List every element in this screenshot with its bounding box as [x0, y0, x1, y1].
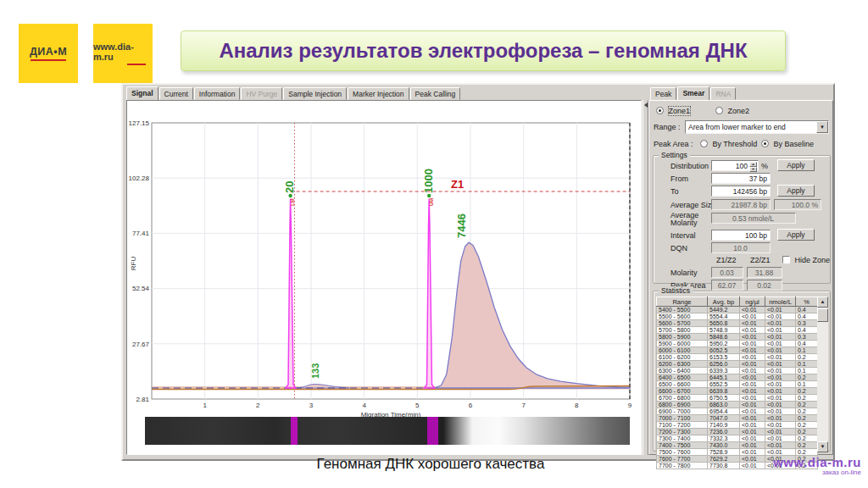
dia-m-logo: ДИА•М: [19, 24, 78, 83]
svg-text:4: 4: [362, 402, 366, 409]
table-row[interactable]: 5400 - 55005449.2<0.01<0.010.4: [657, 307, 818, 313]
table-scrollbar[interactable]: ▲ ▼: [817, 297, 828, 452]
stat-cell: 0.1: [796, 368, 818, 374]
table-row[interactable]: 7100 - 72007140.9<0.01<0.010.2: [657, 422, 818, 429]
stat-cell: 5554.4: [708, 313, 740, 320]
stat-cell: <0.01: [740, 456, 765, 463]
stat-cell: 5650.8: [708, 320, 740, 327]
stat-cell: <0.01: [740, 361, 765, 368]
tab-peak-calling[interactable]: Peak Calling: [410, 87, 461, 100]
spin-down-icon[interactable]: ▼: [749, 167, 757, 172]
stat-cell: <0.01: [740, 463, 765, 469]
interval-field[interactable]: 100 bp: [711, 230, 771, 241]
stat-cell: 5600 - 5700: [657, 320, 708, 327]
table-row[interactable]: 7200 - 73007236.0<0.01<0.010.2: [657, 429, 818, 435]
smear-settings-panel: Zone1 Zone2 Range : Area from lower mark…: [648, 100, 833, 455]
table-row[interactable]: 6800 - 69006863.0<0.01<0.010.2: [657, 402, 818, 408]
zone2-label: Zone2: [728, 107, 750, 115]
table-row[interactable]: 7300 - 74007332.3<0.01<0.010.2: [657, 435, 818, 442]
tab-signal[interactable]: Signal: [126, 86, 159, 101]
collapse-arrow-icon: [644, 103, 648, 108]
to-field[interactable]: 142456 bp: [711, 186, 771, 197]
stat-cell: <0.01: [740, 334, 765, 341]
zone2-radio[interactable]: [715, 107, 723, 114]
distribution-apply-button[interactable]: Apply: [777, 159, 815, 171]
range-dropdown[interactable]: Area from lower marker to end ▼: [685, 120, 829, 134]
stat-cell: <0.01: [740, 429, 765, 435]
table-row[interactable]: 5600 - 57005650.8<0.01<0.010.3: [657, 320, 818, 327]
table-row[interactable]: 5500 - 56005554.4<0.01<0.010.4: [657, 313, 818, 320]
col-ng-ul: ng/µl: [740, 297, 765, 307]
svg-text:52.54: 52.54: [132, 285, 150, 292]
stat-cell: 6300 - 6400: [657, 368, 708, 374]
table-row[interactable]: 6300 - 64006339.3<0.01<0.010.1: [657, 368, 818, 374]
scroll-thumb[interactable]: [817, 308, 828, 322]
by-threshold-radio-row[interactable]: By Threshold: [700, 140, 757, 148]
table-row[interactable]: 6400 - 65006445.1<0.01<0.010.2: [657, 374, 818, 381]
stat-cell: 6600 - 6700: [657, 388, 708, 395]
stat-cell: 7600 - 7700: [657, 456, 708, 463]
main-peak-label: 7446: [455, 214, 468, 238]
zone-z1-label: Z1: [451, 178, 464, 191]
stat-cell: <0.01: [765, 408, 796, 415]
table-row[interactable]: 6000 - 61006052.5<0.01<0.010.1: [657, 347, 818, 354]
lower-marker-label: 20: [283, 181, 296, 193]
logo-text: ДИА•М: [30, 46, 67, 58]
stat-cell: 7140.9: [708, 422, 740, 429]
tab-sample-injection[interactable]: Sample Injection: [283, 87, 347, 100]
distribution-field[interactable]: 100 ▲ ▼: [711, 160, 759, 171]
gel-lower-marker-band: [291, 417, 298, 445]
stat-cell: <0.01: [765, 368, 796, 374]
peak-area-mode-label: Peak Area :: [654, 140, 693, 148]
stat-cell: 0.4: [796, 313, 818, 320]
interval-apply-button[interactable]: Apply: [777, 229, 815, 241]
tab-smear[interactable]: Smear: [677, 86, 709, 101]
stat-cell: <0.01: [765, 327, 796, 334]
scroll-up-icon[interactable]: ▲: [817, 297, 828, 308]
zone2-radio-row[interactable]: Zone2: [715, 107, 749, 115]
chevron-down-icon[interactable]: ▼: [816, 121, 828, 133]
tab-peak[interactable]: Peak: [650, 87, 676, 100]
table-row[interactable]: 7000 - 71007047.0<0.01<0.010.2: [657, 415, 818, 422]
stat-cell: 0.2: [796, 354, 818, 361]
col-pct: %: [796, 297, 818, 307]
table-row[interactable]: 5900 - 60005950.2<0.01<0.010.4: [657, 341, 818, 347]
svg-text:5: 5: [415, 402, 420, 409]
panel-splitter[interactable]: [643, 100, 648, 455]
stat-cell: 6900 - 7000: [657, 408, 708, 415]
table-row[interactable]: 5800 - 59005848.6<0.01<0.010.3: [657, 334, 818, 341]
tab-current[interactable]: Current: [159, 87, 193, 100]
zone1-radio-row[interactable]: Zone1: [656, 107, 690, 115]
table-row[interactable]: 6700 - 68006750.5<0.01<0.010.2: [657, 395, 818, 402]
hide-zone-row[interactable]: Hide Zone: [782, 256, 830, 264]
stat-cell: 0.2: [796, 429, 818, 435]
tab-information[interactable]: Information: [194, 87, 241, 100]
zone1-radio[interactable]: [656, 107, 664, 114]
by-baseline-radio[interactable]: [761, 140, 769, 147]
stat-cell: 6700 - 6800: [657, 395, 708, 402]
average-molarity-label-2: Molarity: [670, 219, 698, 227]
stat-cell: 7500 - 7600: [657, 449, 708, 456]
from-field[interactable]: 37 bp: [711, 173, 771, 184]
table-row[interactable]: 6500 - 66006552.5<0.01<0.010.1: [657, 381, 818, 388]
by-threshold-radio[interactable]: [700, 140, 708, 147]
stat-cell: <0.01: [740, 435, 765, 442]
to-apply-button[interactable]: Apply: [777, 185, 815, 197]
gel-upper-marker-band: [427, 417, 438, 445]
table-row[interactable]: 5700 - 58005748.9<0.01<0.010.4: [657, 327, 818, 334]
distribution-spinner[interactable]: ▲ ▼: [749, 162, 757, 170]
stat-cell: 6339.3: [708, 368, 740, 374]
stat-cell: <0.01: [740, 368, 765, 374]
table-row[interactable]: 6200 - 63006256.0<0.01<0.010.1: [657, 361, 818, 368]
table-row[interactable]: 6600 - 67006639.8<0.01<0.010.2: [657, 388, 818, 395]
by-baseline-radio-row[interactable]: By Baseline: [761, 140, 814, 148]
hide-zone-checkbox[interactable]: [782, 256, 790, 263]
tab-marker-injection[interactable]: Marker Injection: [348, 87, 409, 100]
logo-url-text: www.dia-m.ru: [93, 42, 153, 62]
scroll-down-icon[interactable]: ▼: [817, 441, 828, 452]
stat-cell: 0.4: [796, 307, 818, 313]
table-row[interactable]: 6100 - 62006153.5<0.01<0.010.2: [657, 354, 818, 361]
table-row[interactable]: 7400 - 75007430.0<0.01<0.010.2: [657, 442, 818, 449]
table-row[interactable]: 6900 - 70006954.4<0.01<0.010.2: [657, 408, 818, 415]
stat-cell: <0.01: [765, 347, 796, 354]
